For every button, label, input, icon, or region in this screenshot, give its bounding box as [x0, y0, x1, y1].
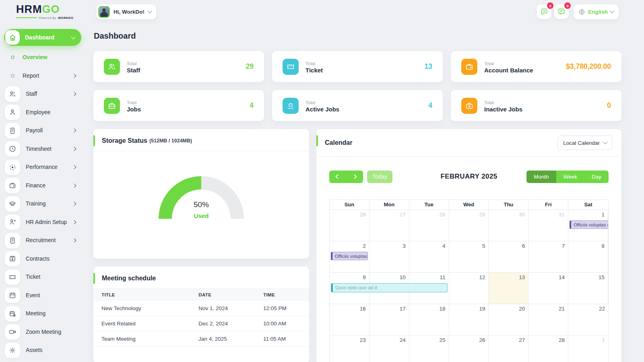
sidebar-item-timesheet[interactable]: Timesheet — [4, 140, 81, 158]
calendar-day-cell[interactable]: 27 — [369, 210, 409, 241]
calendar-day-cell[interactable]: 8 — [568, 241, 608, 272]
calendar-day-cell[interactable]: 21 — [528, 304, 568, 335]
calendar-event[interactable]: Officiis voluptas c — [331, 252, 368, 260]
sidebar-item-performance[interactable]: Performance — [4, 158, 81, 177]
stat-card-inactive-jobs[interactable]: TotalInactive Jobs 0 — [451, 90, 621, 121]
calendar-day-cell[interactable]: 19 — [449, 304, 489, 335]
sidebar-item-finance[interactable]: Finance — [4, 177, 81, 195]
stat-card-account-balance[interactable]: TotalAccount Balance $3,780,200.00 — [451, 51, 621, 82]
stat-card-staff[interactable]: TotalStaff 29 — [93, 51, 264, 82]
sidebar-item-report[interactable]: Report — [4, 67, 81, 85]
avatar — [98, 6, 110, 18]
calendar-day-cell[interactable]: 28 — [409, 210, 449, 241]
language-label: English — [588, 9, 608, 15]
briefcase-hand-icon — [283, 98, 299, 114]
calendar-day-cell[interactable]: 29 — [449, 210, 489, 241]
calendar-card-header: Calendar Local Calendar — [316, 129, 621, 157]
brand-tagline: Powered By WORKDO — [16, 16, 85, 20]
sidebar-item-overview[interactable]: Overview — [4, 48, 81, 67]
chat-notifications-button[interactable]: 0 — [537, 4, 551, 19]
sidebar-item-label: Finance — [26, 183, 45, 189]
sidebar-item-employee[interactable]: Employee — [4, 103, 81, 122]
meeting-card-header: Meeting schedule — [93, 267, 309, 289]
calendar-day-cell[interactable]: 18 — [409, 304, 449, 335]
sidebar-item-ticket[interactable]: Ticket — [4, 268, 81, 286]
bullet-icon — [11, 74, 14, 78]
calendar-day-cell[interactable]: 1 — [568, 335, 608, 362]
sidebar-item-payroll[interactable]: Payroll — [4, 121, 81, 140]
sidebar-item-zoom-meeting[interactable]: Zoom Meeting — [4, 323, 81, 341]
calendar-view-day-button[interactable]: Day — [584, 171, 609, 183]
calendar-dayheader-fri: Fri — [528, 200, 568, 210]
meeting-time: 11:05 AM — [255, 331, 309, 347]
user-greeting: Hi, WorkDo! — [114, 9, 144, 15]
chat-badge: 0 — [547, 2, 553, 9]
calendar-day-cell[interactable]: 31 — [528, 210, 568, 241]
meeting-schedule-table: TITLEDATETIME New TechnologyNov 1, 20241… — [93, 289, 309, 347]
calendar-day-number: 26 — [360, 212, 366, 218]
sidebar-item-assets[interactable]: Assets — [4, 341, 81, 360]
sidebar-item-recruitment[interactable]: Recruitment — [4, 231, 81, 250]
calendar-day-cell[interactable]: 30 — [489, 210, 528, 241]
calendar-dayheader-tue: Tue — [409, 200, 449, 210]
calendar-day-cell[interactable]: 26 — [449, 335, 489, 362]
calendar-day-cell[interactable]: 6 — [489, 241, 528, 272]
meeting-row: Team MeetingJan 4, 202511:05 AM — [93, 331, 309, 347]
calendar-event[interactable]: Officiis voluptas c — [570, 220, 608, 229]
calendar-dayheader-wed: Wed — [449, 200, 489, 210]
language-selector[interactable]: English — [574, 4, 619, 19]
calendar-day-cell[interactable]: 23 — [330, 335, 369, 362]
sidebar-item-label: Meeting — [26, 311, 45, 317]
calendar-day-cell[interactable]: 5 — [449, 241, 489, 272]
brand-underline — [16, 17, 37, 18]
calendar-day-cell[interactable]: 15 — [568, 273, 608, 304]
calendar-day-cell[interactable]: 28 — [528, 335, 568, 362]
calendar-day-cell[interactable]: 25 — [409, 335, 449, 362]
target-icon — [5, 160, 20, 175]
calendar-day-cell[interactable]: 4 — [409, 241, 449, 272]
stat-card-active-jobs[interactable]: TotalActive Jobs 4 — [272, 90, 443, 121]
sidebar-item-training[interactable]: Training — [4, 195, 81, 213]
calendar-source-select[interactable]: Local Calendar — [557, 136, 613, 150]
sidebar-item-staff[interactable]: Staff — [4, 85, 81, 103]
stat-card-jobs[interactable]: TotalJobs 4 — [93, 90, 264, 121]
sidebar-item-hr-admin-setup[interactable]: HR Admin Setup — [4, 213, 81, 232]
sidebar-item-label: Training — [26, 201, 45, 207]
calendar-day-cell[interactable]: 3 — [369, 241, 409, 272]
calendar-day-cell[interactable]: 17 — [369, 304, 409, 335]
sidebar-item-contracts[interactable]: Contracts — [4, 250, 81, 268]
calendar-day-cell[interactable]: 24 — [369, 335, 409, 362]
calendar-day-cell[interactable]: 7 — [528, 241, 568, 272]
calendar-day-number: 28 — [440, 212, 446, 218]
stat-value: 4 — [250, 101, 254, 110]
user-menu[interactable]: Hi, WorkDo! — [97, 4, 156, 19]
stat-card-ticket[interactable]: TotalTicket 13 — [272, 51, 443, 82]
home-icon — [5, 30, 20, 45]
calendar-day-cell[interactable]: 27 — [489, 335, 528, 362]
calendar-view-month-button[interactable]: Month — [526, 171, 556, 183]
message-notifications-button[interactable]: 0 — [554, 4, 569, 19]
meeting-time: 10:00 AM — [255, 316, 309, 331]
calendar-day-cell[interactable]: 14 — [528, 273, 568, 304]
calendar-day-cell-today[interactable]: 13 — [489, 273, 528, 304]
sidebar-item-dashboard[interactable]: Dashboard — [4, 29, 81, 46]
stat-label: Account Balance — [484, 67, 533, 74]
chevron-right-icon — [72, 129, 76, 133]
calendar-day-cell[interactable]: 26 — [330, 210, 369, 241]
sidebar-item-label: Staff — [26, 91, 37, 97]
calendar-day-cell[interactable]: 12 — [449, 273, 489, 304]
calendar-view-week-button[interactable]: Week — [556, 171, 584, 183]
calendar-day-cell[interactable]: 16 — [330, 304, 369, 335]
calendar-event[interactable]: Quos optio quo ad d — [331, 283, 448, 292]
calendar-day-number: 31 — [559, 212, 565, 218]
user-plus-icon — [5, 214, 20, 230]
sidebar-item-event[interactable]: Event — [4, 286, 81, 305]
calendar-day-cell[interactable]: 22 — [568, 304, 608, 335]
calendar-day-cell[interactable]: 20 — [489, 304, 528, 335]
ticket-icon — [5, 269, 20, 285]
calendar-day-number: 6 — [522, 243, 525, 249]
meeting-col-date: DATE — [190, 289, 255, 301]
sidebar-item-meeting[interactable]: Meeting — [4, 304, 81, 323]
calendar-day-number: 7 — [562, 243, 565, 249]
brand-logo[interactable]: HRMGO Powered By WORKDO — [0, 4, 85, 20]
